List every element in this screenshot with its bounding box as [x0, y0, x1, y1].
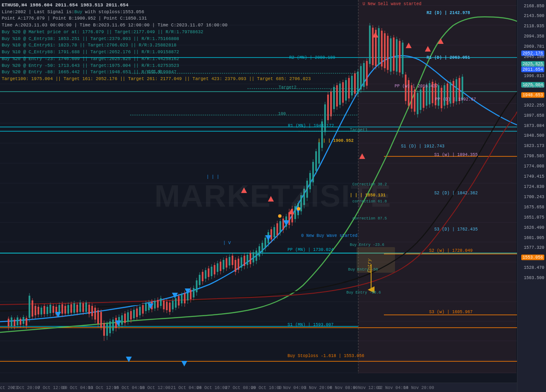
price-1503: 1503.500: [524, 276, 544, 280]
time-nov9: 9 Nov 12:00: [353, 386, 381, 390]
info-line-2: Point A:1776.079 | Point B:1900.952 | Po…: [2, 15, 311, 22]
s1-d-label: S1 (D) | 1912.743: [401, 144, 444, 149]
price-1601: 1601.905: [524, 235, 544, 240]
time-oct4: 4 Oct 20:00: [12, 386, 40, 390]
point-c-label: | | | 1850.131: [350, 193, 386, 198]
s1-mn-label: S1 (MN) | 1593.007: [288, 323, 334, 327]
price-1528: 1528.470: [524, 265, 544, 270]
chart-container: MARKETZISITE ETHUSD,H4 1986.604 2011.654…: [0, 0, 546, 392]
time-nov3: 3 Nov 20:00: [304, 386, 332, 390]
svg-point-365: [297, 207, 300, 210]
price-axis: 2168.850 2143.500 2118.935 2094.358 2069…: [517, 0, 546, 392]
fib-100-label: 100: [278, 112, 286, 116]
svg-point-364: [278, 214, 282, 218]
s3-w-label: S3 (w) | 1605.967: [429, 310, 473, 314]
info-line-4: Buy %20 @ Market price or at: 1776.079 |…: [2, 29, 311, 36]
info-panel: ETHUSD,H4 1986.604 2011.654 1983.513 201…: [2, 2, 311, 83]
price-2094: 2094.358: [524, 34, 544, 38]
corr-618-label: correction 61.8: [352, 199, 387, 204]
price-2143: 2143.500: [524, 13, 544, 18]
price-1724: 1724.830: [524, 184, 544, 189]
point-b-label: | | | 1900.952: [318, 138, 354, 143]
iii-label: | | |: [206, 175, 219, 179]
price-1749: 1749.415: [524, 174, 544, 179]
svg-marker-355: [265, 235, 271, 241]
info-line-11: Target100: 1975.004 || Target 161: 2052.…: [2, 76, 311, 83]
buy-entry-236-label: Buy Entry -23.6: [350, 243, 384, 247]
time-nov1: 1 Nov 04:00: [278, 386, 306, 390]
new-buy-wave-label: 0 New Buy Wave started: [301, 233, 357, 238]
price-1948: 1948.653: [521, 92, 544, 98]
corr-382-label: Correction 38.2: [352, 182, 387, 187]
iv-label: | V: [223, 241, 231, 245]
price-1897: 1897.658: [524, 113, 544, 118]
info-line-1: Line:2802 | Last Signal is:Buy with stop…: [2, 9, 311, 16]
target2-label: Target2: [279, 85, 296, 90]
price-1996: 1996.013: [524, 74, 544, 78]
price-2011: 2011.654: [521, 67, 544, 72]
price-1971: 1971.723: [524, 84, 544, 89]
time-axis: 2 Oct 2023 4 Oct 20:00 7 Oct 12:00 10 Oc…: [0, 383, 517, 392]
price-1675: 1675.658: [524, 205, 544, 209]
info-line-7: Buy %10 @ C_Entry88: 1791.688 || Target:…: [2, 49, 311, 56]
r1-d-label: R1 (D) | 2063.051: [427, 55, 470, 60]
s3-d-label: S3 (D) | 1762.435: [434, 227, 478, 232]
price-2118: 2118.935: [524, 23, 544, 28]
svg-marker-358: [181, 361, 187, 366]
time-oct18: 18 Oct 12:00: [140, 386, 171, 390]
price-1922: 1922.255: [524, 103, 544, 108]
price-1774: 1774.008: [524, 164, 544, 169]
price-1553: 1553.056: [521, 255, 544, 260]
svg-marker-361: [268, 196, 274, 202]
r2-d-label: R2 (D) | 2142.978: [427, 11, 470, 15]
buy-entry-886-label: Buy Entry -88.6: [346, 291, 381, 295]
chart-title: ETHUSD,H4 1986.604 2011.654 1983.513 201…: [2, 2, 311, 9]
svg-marker-356: [283, 220, 289, 226]
price-1651: 1651.075: [524, 215, 544, 219]
s2-d-label: S2 (D) | 1842.362: [434, 191, 478, 196]
price-2045: 2045.180: [524, 55, 544, 59]
price-2168: 2168.850: [524, 3, 544, 8]
info-line-10: Buy %20 @ Entry -88: 1665.442 || Target:…: [2, 69, 311, 76]
buy-stoploss-label: Buy Stoploss -1.618 | 1553.056: [288, 354, 364, 358]
r1-mn-label: R1 (MN) | 1943.172: [288, 124, 334, 128]
pp-d-label: PP (D) | 1992.67: [435, 97, 476, 102]
svg-marker-360: [241, 187, 247, 193]
time-nov14: 14 Nov 20:00: [404, 386, 434, 390]
info-line-3: Time A:2023.11.03 00:00:00 | Time B:2023…: [2, 22, 311, 29]
price-1577: 1577.320: [524, 245, 544, 250]
entry-label: Entry: [367, 259, 372, 273]
info-line-6: Buy %10 @ C_Entry61: 1823.78 || Target:2…: [2, 42, 311, 49]
s2-w-label: S2 (w) | 1728.049: [429, 248, 473, 253]
time-oct24: 24 Oct 16:00: [197, 386, 227, 390]
price-1823: 1823.173: [524, 144, 544, 148]
info-line-9: Buy %20 @ Entry -50: 1713.643 || Target:…: [2, 63, 311, 69]
price-2069: 2069.781: [524, 44, 544, 49]
info-line-8: Buy %20 @ Entry -23: 1746.609 || Target:…: [2, 56, 311, 63]
corr-875-label: correction 87.5: [352, 216, 387, 221]
price-1626: 1626.490: [524, 225, 544, 230]
buy-entry-50-label: Buy Entry -50: [348, 268, 378, 272]
price-1873: 1873.084: [524, 124, 544, 128]
pp-w-label: PP (w) | 2016.437: [395, 84, 438, 89]
pp-mn-label: PP (MN) | 1730.024: [288, 248, 334, 252]
target1-label: Target1: [350, 128, 368, 133]
new-sell-wave-label: U New Sell wave started: [363, 2, 421, 6]
price-1700: 1700.243: [524, 194, 544, 199]
s1-w-label: S1 (w) | 1894.355: [434, 153, 478, 157]
price-1848: 1848.500: [524, 133, 544, 138]
price-1798: 1798.585: [524, 154, 544, 159]
info-line-5: Buy %10 @ C_Entry38: 1853.251 || Target:…: [2, 36, 311, 43]
time-oct29: 29 Oct 16:00: [251, 386, 282, 390]
time-oct7: 7 Oct 12:00: [38, 386, 66, 390]
